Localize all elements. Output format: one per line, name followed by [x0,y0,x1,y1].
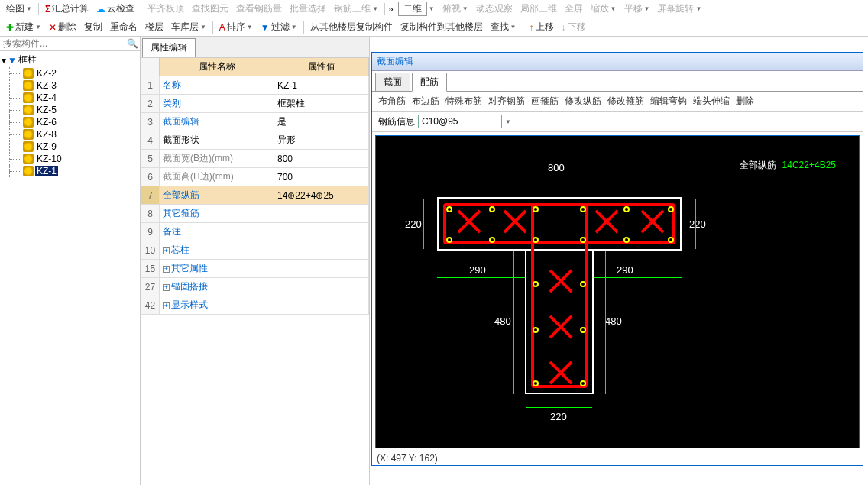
filter-button[interactable]: ▼过滤▼ [257,21,300,34]
gear-icon [23,141,34,152]
section-canvas[interactable]: 全部纵筋 14C22+4B25 800 [375,135,860,448]
rebar-tool[interactable]: 修改箍筋 [607,95,644,108]
property-row[interactable]: 15+其它属性 [141,260,369,278]
property-row[interactable]: 10+芯柱 [141,241,369,260]
new-button[interactable]: ✚新建▼ [3,21,44,34]
rename-button[interactable]: 重命名 [107,21,141,34]
property-row[interactable]: 42+显示样式 [141,296,369,315]
rebar-toolbar: 布角筋布边筋特殊布筋对齐钢筋画箍筋修改纵筋修改箍筋编辑弯钩端头伸缩删除 [372,92,863,112]
component-tree-panel: 🔍 ▾▼框柱 KZ-2KZ-3KZ-4KZ-5KZ-6KZ-8KZ-9KZ-10… [0,37,141,485]
rebar-tool[interactable]: 布角筋 [378,95,406,108]
gear-icon [23,129,34,140]
gear-icon [23,154,34,164]
floor-menu[interactable]: 楼层 [142,21,167,34]
section-editor-panel: 截面编辑 截面 配筋 布角筋布边筋特殊布筋对齐钢筋画箍筋修改纵筋修改箍筋编辑弯钩… [371,52,863,466]
toolbar-main: 绘图▼ Σ汇总计算 ☁云检查 平齐板顶 查找图元 查看钢筋量 批量选择 钢筋三维… [0,0,868,18]
property-row[interactable]: 5截面宽(B边)(mm)800 [141,150,369,168]
tab-rebar[interactable]: 配筋 [412,73,447,92]
rebar-info-label: 钢筋信息 [378,115,415,128]
rebar-tool[interactable]: 端头伸缩 [693,95,730,108]
flat-top[interactable]: 平齐板顶 [144,2,187,15]
view-rebar[interactable]: 查看钢筋量 [233,2,285,15]
rebar-3d[interactable]: 钢筋三维▼ [331,2,381,15]
garage-menu[interactable]: 车库层▼ [168,21,209,34]
col-prop-value: 属性值 [274,58,369,76]
find-button[interactable]: 查找▼ [487,21,520,34]
rebar-tool[interactable]: 画箍筋 [531,95,559,108]
summary-calc[interactable]: Σ汇总计算 [42,2,92,15]
zoom[interactable]: 缩放▼ [588,2,620,15]
tree-item[interactable]: KZ-8 [2,128,138,141]
tree-item-label: KZ-4 [35,92,58,103]
rebar-tool[interactable]: 修改纵筋 [565,95,601,108]
property-panel: 属性编辑 属性名称 属性值 1名称KZ-12类别框架柱3截面编辑是4截面形状异形… [141,37,370,485]
tree-item[interactable]: KZ-4 [2,92,138,104]
search-input[interactable] [0,37,125,50]
fullscreen[interactable]: 全屏 [562,2,586,15]
component-tree[interactable]: ▾▼框柱 KZ-2KZ-3KZ-4KZ-5KZ-6KZ-8KZ-9KZ-10KZ… [0,51,140,485]
move-down[interactable]: ↓下移 [559,21,589,34]
tree-item-label: KZ-1 [35,166,58,176]
tree-item-label: KZ-9 [35,141,58,152]
top-view[interactable]: 俯视▼ [439,2,471,15]
copy-from-floor[interactable]: 从其他楼层复制构件 [307,21,396,34]
rebar-tool[interactable]: 对齐钢筋 [488,95,525,108]
gear-icon [23,68,34,79]
search-button[interactable]: 🔍 [125,37,140,50]
tree-item-label: KZ-2 [35,68,58,79]
tree-item[interactable]: KZ-5 [2,104,138,116]
delete-button[interactable]: ✕删除 [46,21,79,34]
property-row[interactable]: 7全部纵筋14⊕22+4⊕25 [141,186,369,205]
gear-icon [23,117,34,128]
tab-property-edit[interactable]: 属性编辑 [142,38,196,57]
gear-icon [23,166,34,176]
rebar-info-dropdown[interactable]: ▼ [505,118,511,125]
copy-to-floor[interactable]: 复制构件到其他楼层 [397,21,486,34]
batch-select[interactable]: 批量选择 [287,2,329,15]
copy-button[interactable]: 复制 [81,21,105,34]
gear-icon [23,105,34,115]
section-editor-title: 截面编辑 [372,53,863,71]
screen-rotate[interactable]: 屏幕旋转▼ [654,2,704,15]
tree-item[interactable]: KZ-2 [2,67,138,79]
property-row[interactable]: 4截面形状异形 [141,131,369,150]
tree-root[interactable]: ▾▼框柱 [2,53,138,67]
sort-button[interactable]: A排序▼ [216,21,256,34]
rebar-tool[interactable]: 删除 [736,95,754,108]
cloud-check[interactable]: ☁云检查 [93,2,138,15]
tree-item-label: KZ-10 [35,154,63,164]
gear-icon [23,92,34,103]
rebar-tool[interactable]: 布边筋 [412,95,439,108]
property-row[interactable]: 9备注 [141,223,369,241]
draw-menu[interactable]: 绘图▼ [3,2,35,15]
property-row[interactable]: 27+锚固搭接 [141,278,369,296]
property-row[interactable]: 8其它箍筋 [141,205,369,223]
tree-item[interactable]: KZ-10 [2,153,138,165]
property-row[interactable]: 3截面编辑是 [141,113,369,131]
tree-item-label: KZ-5 [35,105,58,115]
canvas-status: (X: 497 Y: 162) [372,451,863,465]
dynamic-view[interactable]: 动态观察 [473,2,516,15]
rebar-info-input[interactable] [418,115,502,128]
property-table: 属性名称 属性值 1名称KZ-12类别框架柱3截面编辑是4截面形状异形5截面宽(… [141,57,369,315]
toolbar-edit: ✚新建▼ ✕删除 复制 重命名 楼层 车库层▼ A排序▼ ▼过滤▼ 从其他楼层复… [0,18,868,37]
property-row[interactable]: 6截面高(H边)(mm)700 [141,168,369,186]
tree-item-label: KZ-6 [35,117,58,128]
rebar-tool[interactable]: 特殊布筋 [445,95,482,108]
tab-section[interactable]: 截面 [375,73,410,91]
tree-item[interactable]: KZ-9 [2,141,138,153]
tree-item[interactable]: KZ-6 [2,116,138,128]
find-element[interactable]: 查找图元 [189,2,232,15]
tree-item[interactable]: KZ-1 [2,165,138,177]
move-up[interactable]: ↑上移 [526,21,557,34]
tree-item[interactable]: KZ-3 [2,79,138,92]
view-2d[interactable]: 二维▼ [395,2,438,16]
rebar-tool[interactable]: 编辑弯钩 [650,95,687,108]
col-prop-name: 属性名称 [160,58,274,76]
gear-icon [23,80,34,91]
property-row[interactable]: 2类别框架柱 [141,95,369,113]
tree-item-label: KZ-3 [35,80,58,91]
pan[interactable]: 平移▼ [621,2,653,15]
property-row[interactable]: 1名称KZ-1 [141,76,369,95]
local-3d[interactable]: 局部三维 [517,2,560,15]
